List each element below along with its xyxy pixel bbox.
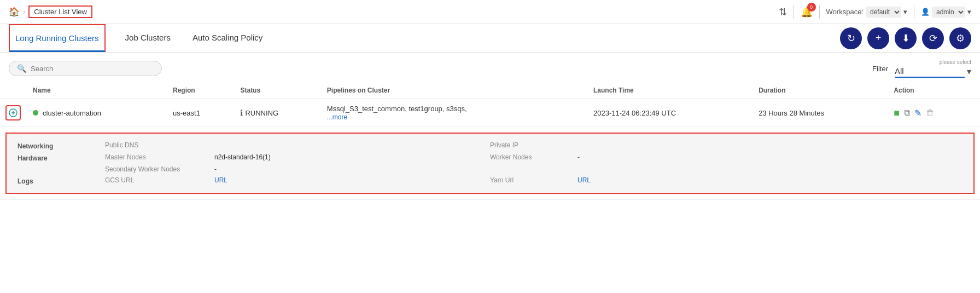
breadcrumb-area: 🏠 › Cluster List View: [9, 5, 92, 18]
status-dot: [33, 110, 38, 116]
search-input[interactable]: [31, 65, 154, 73]
duration-cell: 23 Hours 28 Minutes: [753, 99, 888, 127]
sort-button[interactable]: ⇅: [779, 6, 787, 18]
detail-panel: Networking Public DNS Private IP Hardwar…: [5, 133, 975, 194]
search-wrap: 🔍: [9, 61, 162, 76]
yarn-url-link[interactable]: URL: [578, 176, 687, 185]
status-cell: ℹ RUNNING: [235, 99, 321, 127]
tab-bar: Long Running Clusters Job Clusters Auto …: [0, 24, 980, 53]
breadcrumb-label: Cluster List View: [28, 5, 92, 18]
info-icon: ℹ: [240, 108, 243, 117]
tab-auto-scaling[interactable]: Auto Scaling Policy: [190, 24, 265, 52]
gcs-url-key: GCS URL: [105, 176, 214, 185]
user-area: 👤 admin ▾: [921, 7, 971, 18]
cluster-region: us-east1: [173, 109, 200, 117]
status-badge: ℹ RUNNING: [240, 108, 316, 117]
workspace-area: Workspace: default ▾: [826, 7, 907, 18]
notification-wrap: 🔔 0: [801, 6, 813, 18]
delete-icon[interactable]: 🗑: [926, 108, 935, 118]
tab-long-running[interactable]: Long Running Clusters: [9, 24, 106, 52]
private-ip-key: Private IP: [490, 141, 578, 150]
pipelines-more-link[interactable]: ...more: [327, 113, 347, 121]
name-cell: cluster-automation: [27, 99, 167, 127]
filter-wrap: Filter please select All ▾: [872, 59, 971, 78]
secondary-worker-value: -: [214, 165, 490, 173]
action-icons: ■ ⧉ ✎ 🗑: [894, 107, 975, 119]
toolbar: 🔍 Filter please select All ▾: [0, 53, 980, 82]
settings-button[interactable]: ⚙: [949, 27, 971, 49]
col-pipelines: Pipelines on Cluster: [322, 82, 588, 99]
col-expand: [0, 82, 27, 99]
top-nav: 🏠 › Cluster List View ⇅ 🔔 0 Workspace: d…: [0, 0, 980, 24]
gcs-url-link[interactable]: URL: [214, 176, 490, 185]
filter-label: Filter: [872, 65, 888, 73]
public-dns-key: Public DNS: [105, 141, 214, 150]
user-icon: 👤: [921, 8, 930, 16]
col-launch-time: Launch Time: [588, 82, 753, 99]
col-name: Name: [27, 82, 167, 99]
add-button[interactable]: +: [867, 27, 889, 49]
filter-select-wrap: please select All ▾: [895, 59, 971, 78]
filter-select[interactable]: All: [895, 65, 965, 78]
worker-nodes-key: Worker Nodes: [490, 153, 578, 162]
nav-divider: [794, 5, 794, 19]
sync-button[interactable]: ⟳: [922, 27, 944, 49]
public-dns-value: [214, 141, 490, 150]
search-icon: 🔍: [17, 64, 26, 73]
workspace-label: Workspace:: [826, 8, 864, 16]
master-nodes-value: n2d-standard-16(1): [214, 153, 490, 162]
col-region: Region: [167, 82, 235, 99]
cluster-table: Name Region Status Pipelines on Cluster …: [0, 82, 980, 200]
filter-hint: please select: [895, 59, 971, 65]
cluster-status: RUNNING: [245, 109, 278, 117]
tabs-container: Long Running Clusters Job Clusters Auto …: [9, 24, 265, 52]
launch-time-cell: 2023-11-24 06:23:49 UTC: [588, 99, 753, 127]
refresh-button[interactable]: ↻: [840, 27, 862, 49]
duration: 23 Hours 28 Minutes: [759, 109, 824, 117]
launch-time: 2023-11-24 06:23:49 UTC: [593, 109, 676, 117]
breadcrumb-separator: ›: [23, 8, 25, 16]
notification-badge: 0: [807, 3, 816, 12]
hardware-label: Hardware: [18, 153, 105, 162]
table-header: Name Region Status Pipelines on Cluster …: [0, 82, 980, 99]
user-chevron-icon: ▾: [967, 8, 971, 16]
worker-nodes-value: -: [578, 153, 687, 162]
user-select[interactable]: admin: [932, 7, 965, 18]
nav-divider-3: [914, 5, 914, 19]
table-row: cluster-automation us-east1 ℹ RUNNING Ms…: [0, 99, 980, 127]
table-header-row: Name Region Status Pipelines on Cluster …: [0, 82, 980, 99]
expand-icon: [9, 108, 18, 117]
col-status: Status: [235, 82, 321, 99]
nav-divider-2: [819, 5, 820, 19]
master-nodes-key: Master Nodes: [105, 153, 214, 162]
cluster-name: cluster-automation: [43, 109, 101, 117]
copy-icon[interactable]: ⧉: [904, 108, 910, 118]
row-expand-button[interactable]: [5, 105, 21, 120]
start-icon[interactable]: ■: [894, 107, 900, 119]
top-nav-right: ⇅ 🔔 0 Workspace: default ▾ 👤 admin ▾: [779, 5, 971, 19]
logs-label: Logs: [18, 176, 105, 185]
tab-job-clusters[interactable]: Job Clusters: [123, 24, 173, 52]
filter-select-row: All ▾: [895, 65, 971, 78]
expand-cell: [0, 99, 27, 127]
detail-cell: Networking Public DNS Private IP Hardwar…: [0, 127, 980, 200]
download-button[interactable]: ⬇: [895, 27, 917, 49]
yarn-url-key: Yarn Url: [490, 176, 578, 185]
action-cell: ■ ⧉ ✎ 🗑: [888, 99, 980, 127]
home-icon[interactable]: 🏠: [9, 7, 20, 17]
pipelines-text: Mssql_S3_test_common, test1group, s3sqs,: [327, 105, 582, 113]
networking-label: Networking: [18, 141, 105, 150]
filter-chevron-icon: ▾: [967, 66, 971, 77]
workspace-select[interactable]: default: [866, 7, 901, 18]
col-duration: Duration: [753, 82, 888, 99]
region-cell: us-east1: [167, 99, 235, 127]
edit-icon[interactable]: ✎: [914, 108, 921, 118]
workspace-chevron-icon: ▾: [903, 8, 907, 16]
detail-row: Networking Public DNS Private IP Hardwar…: [0, 127, 980, 200]
table-body: cluster-automation us-east1 ℹ RUNNING Ms…: [0, 99, 980, 200]
secondary-worker-key: Secondary Worker Nodes: [105, 165, 214, 173]
pipelines-cell: Mssql_S3_test_common, test1group, s3sqs,…: [322, 99, 588, 127]
private-ip-value: [578, 141, 687, 150]
col-action: Action: [888, 82, 980, 99]
tab-actions: ↻ + ⬇ ⟳ ⚙: [840, 27, 971, 49]
